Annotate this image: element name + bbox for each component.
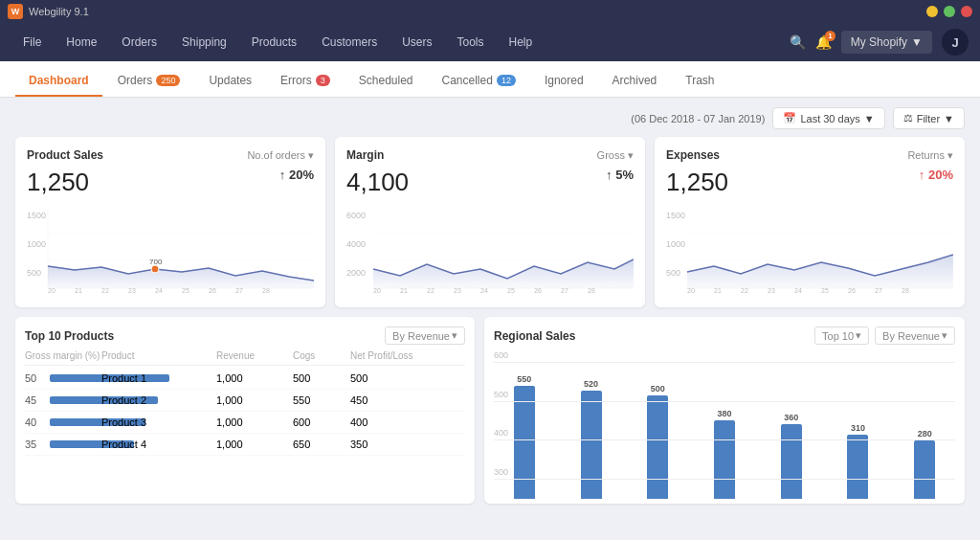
last30-button[interactable]: 📅 Last 30 days ▼: [772, 107, 884, 129]
tab-dashboard[interactable]: Dashboard: [15, 66, 102, 97]
tab-orders[interactable]: Orders 250: [104, 66, 194, 97]
margin-subtitle[interactable]: Gross ▾: [597, 149, 634, 162]
product-name: Product 4: [101, 439, 216, 450]
product-name: Product 3: [101, 416, 216, 428]
netprofit-value: 400: [350, 416, 446, 428]
svg-text:26: 26: [848, 287, 856, 293]
regional-top10-chevron-icon: ▾: [856, 329, 861, 342]
filter-button[interactable]: ⚖ Filter ▼: [893, 107, 965, 129]
close-button[interactable]: [961, 6, 972, 17]
svg-text:6000: 6000: [346, 211, 366, 220]
menu-users[interactable]: Users: [390, 30, 443, 55]
svg-text:700: 700: [149, 258, 163, 266]
by-revenue-chevron-icon: ▾: [452, 329, 457, 342]
svg-marker-41: [687, 255, 953, 288]
maximize-button[interactable]: [944, 6, 955, 17]
svg-text:26: 26: [534, 287, 542, 293]
margin-chart: 6000 4000 2000 20 21 22 23 24 25 26 27 2…: [346, 207, 634, 293]
svg-text:4000: 4000: [346, 239, 366, 249]
svg-text:26: 26: [209, 287, 216, 293]
tab-updates[interactable]: Updates: [195, 66, 265, 97]
shopify-chevron-icon: ▼: [911, 35, 923, 49]
cards-row: Product Sales No.of orders ▾ 1,250 ↑ 20%…: [15, 137, 965, 307]
menu-tools[interactable]: Tools: [445, 30, 495, 55]
tab-trash[interactable]: Trash: [672, 66, 727, 97]
netprofit-value: 450: [350, 394, 446, 406]
menu-customers[interactable]: Customers: [310, 30, 389, 55]
regional-top10-button[interactable]: Top 10 ▾: [814, 326, 869, 345]
product-name: Product 2: [101, 394, 216, 406]
tab-scheduled[interactable]: Scheduled: [345, 66, 427, 97]
errors-badge: 3: [316, 75, 330, 86]
svg-text:22: 22: [741, 287, 748, 293]
svg-text:21: 21: [75, 287, 82, 293]
table-row: 50 Product 1 1,000 500 500: [25, 368, 465, 390]
app-name: Webgility 9.1: [29, 6, 89, 17]
content-area: (06 Dec 2018 - 07 Jan 2019) 📅 Last 30 da…: [0, 98, 980, 540]
margin-cell: 35: [25, 439, 101, 450]
svg-text:20: 20: [687, 287, 695, 293]
svg-point-8: [151, 265, 159, 273]
by-revenue-button[interactable]: By Revenue ▾: [385, 326, 465, 345]
bar-group: 360: [761, 374, 822, 499]
bar-group: 500: [627, 374, 688, 499]
netprofit-value: 500: [350, 372, 446, 384]
regional-byrevenue-button[interactable]: By Revenue ▾: [875, 326, 955, 345]
svg-text:22: 22: [427, 287, 434, 293]
margin-value: 4,100: [346, 168, 409, 197]
product-sales-value: 1,250: [27, 168, 89, 197]
bar-value-label: 380: [718, 409, 732, 418]
tab-bar: Dashboard Orders 250 Updates Errors 3 Sc…: [0, 61, 980, 98]
margin-value: 50: [25, 372, 44, 384]
revenue-value: 1,000: [216, 394, 293, 406]
avatar-button[interactable]: J: [942, 29, 969, 56]
product-sales-change: ↑ 20%: [279, 168, 314, 182]
margin-value: 35: [25, 439, 44, 450]
bar-rect: [714, 420, 735, 499]
svg-text:21: 21: [714, 287, 722, 293]
tab-ignored[interactable]: Ignored: [531, 66, 597, 97]
svg-text:1500: 1500: [27, 211, 46, 220]
bar-rect: [581, 391, 602, 499]
bar-rect: [647, 395, 668, 499]
cogs-value: 550: [293, 394, 350, 406]
bar-value-label: 310: [851, 423, 865, 433]
title-bar: W Webgility 9.1: [0, 0, 980, 23]
notification-button[interactable]: 🔔 1: [815, 34, 832, 50]
svg-text:24: 24: [155, 287, 163, 293]
regional-sales-header: Regional Sales Top 10 ▾ By Revenue ▾: [494, 326, 955, 345]
tab-cancelled[interactable]: Cancelled 12: [429, 66, 529, 97]
menu-products[interactable]: Products: [240, 30, 308, 55]
svg-text:24: 24: [480, 287, 488, 293]
avatar-label: J: [951, 35, 958, 50]
margin-change: ↑ 5%: [606, 168, 634, 182]
revenue-value: 1,000: [216, 372, 293, 384]
minimize-button[interactable]: [926, 6, 938, 17]
svg-text:23: 23: [768, 287, 775, 293]
tab-errors[interactable]: Errors 3: [267, 66, 344, 97]
by-revenue-label: By Revenue: [392, 330, 450, 342]
menu-home[interactable]: Home: [55, 30, 108, 55]
svg-marker-7: [48, 266, 314, 288]
orders-badge: 250: [156, 75, 180, 86]
menu-file[interactable]: File: [11, 30, 53, 55]
margin-cell: 50: [25, 372, 101, 384]
product-sales-card: Product Sales No.of orders ▾ 1,250 ↑ 20%…: [15, 137, 325, 307]
product-sales-subtitle[interactable]: No.of orders ▾: [247, 149, 314, 162]
top-products-title: Top 10 Products: [25, 329, 114, 343]
shopify-button[interactable]: My Shopify ▼: [841, 31, 932, 54]
shopify-label: My Shopify: [851, 35, 907, 49]
menu-help[interactable]: Help: [498, 30, 545, 55]
cancelled-badge: 12: [497, 75, 516, 86]
filter-icon: ⚖: [903, 112, 913, 124]
menu-shipping[interactable]: Shipping: [170, 30, 238, 55]
margin-value: 40: [25, 416, 44, 428]
svg-text:1500: 1500: [666, 211, 685, 220]
revenue-value: 1,000: [216, 416, 293, 428]
netprofit-value: 350: [350, 439, 446, 450]
expenses-subtitle[interactable]: Returns ▾: [907, 149, 953, 162]
svg-text:25: 25: [821, 287, 829, 293]
tab-archived[interactable]: Archived: [599, 66, 671, 97]
search-icon[interactable]: 🔍: [790, 34, 806, 50]
menu-orders[interactable]: Orders: [110, 30, 168, 55]
